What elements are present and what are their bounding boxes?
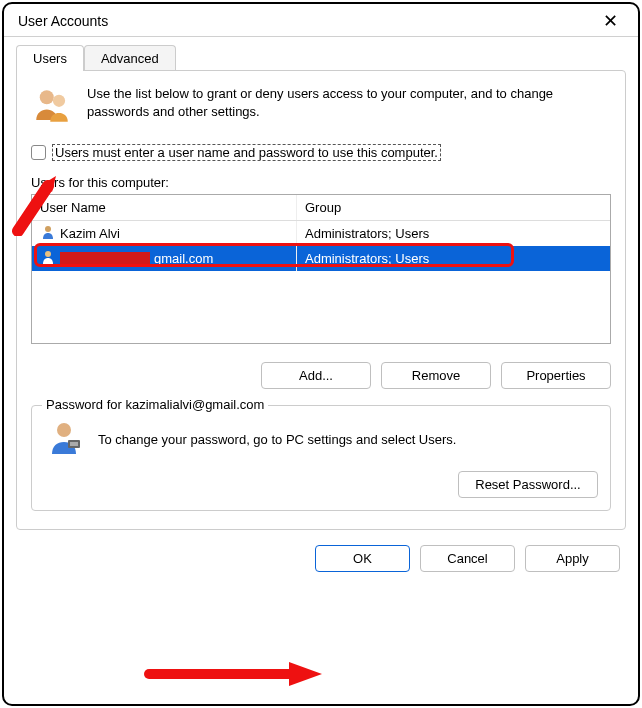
users-icon bbox=[31, 85, 73, 130]
user-group-cell: Administrators; Users bbox=[297, 248, 610, 269]
users-list[interactable]: User Name Group Kazim Alvi Administrator… bbox=[31, 194, 611, 344]
password-user-icon bbox=[44, 418, 84, 461]
user-accounts-dialog: User Accounts ✕ Users Advanced Use the l… bbox=[2, 2, 640, 706]
svg-marker-9 bbox=[289, 662, 322, 686]
require-login-checkbox[interactable] bbox=[31, 145, 46, 160]
table-row[interactable]: Kazim Alvi Administrators; Users bbox=[32, 221, 610, 246]
user-icon bbox=[40, 224, 56, 243]
svg-point-0 bbox=[40, 90, 54, 104]
tab-advanced[interactable]: Advanced bbox=[84, 45, 176, 71]
user-name-suffix: gmail.com bbox=[154, 251, 213, 266]
list-header: User Name Group bbox=[32, 195, 610, 221]
tabs: Users Advanced bbox=[4, 37, 638, 71]
remove-button[interactable]: Remove bbox=[381, 362, 491, 389]
user-icon bbox=[40, 249, 56, 268]
close-button[interactable]: ✕ bbox=[597, 12, 624, 30]
svg-point-1 bbox=[53, 95, 65, 107]
tab-users[interactable]: Users bbox=[16, 45, 84, 71]
titlebar: User Accounts ✕ bbox=[4, 4, 638, 37]
dialog-button-row: OK Cancel Apply bbox=[4, 531, 638, 586]
require-login-label: Users must enter a user name and passwor… bbox=[52, 144, 441, 161]
reset-password-button[interactable]: Reset Password... bbox=[458, 471, 598, 498]
apply-button[interactable]: Apply bbox=[525, 545, 620, 572]
column-group[interactable]: Group bbox=[297, 195, 610, 220]
password-legend: Password for kazimalialvi@gmail.com bbox=[42, 397, 268, 412]
user-name-cell: Kazim Alvi bbox=[60, 226, 120, 241]
redacted-username bbox=[60, 252, 150, 266]
user-group-cell: Administrators; Users bbox=[297, 223, 610, 244]
add-button[interactable]: Add... bbox=[261, 362, 371, 389]
column-username[interactable]: User Name bbox=[32, 195, 297, 220]
svg-point-3 bbox=[45, 251, 51, 257]
table-row[interactable]: gmail.com Administrators; Users bbox=[32, 246, 610, 271]
password-fieldset: Password for kazimalialvi@gmail.com To c… bbox=[31, 405, 611, 511]
svg-point-4 bbox=[57, 423, 71, 437]
users-list-label: Users for this computer: bbox=[31, 175, 611, 190]
intro-text: Use the list below to grant or deny user… bbox=[87, 85, 611, 121]
users-tab-panel: Use the list below to grant or deny user… bbox=[16, 70, 626, 530]
password-text: To change your password, go to PC settin… bbox=[98, 432, 598, 447]
cancel-button[interactable]: Cancel bbox=[420, 545, 515, 572]
svg-rect-6 bbox=[70, 442, 78, 446]
ok-button[interactable]: OK bbox=[315, 545, 410, 572]
svg-point-2 bbox=[45, 226, 51, 232]
window-title: User Accounts bbox=[18, 13, 108, 29]
annotation-arrow-ok bbox=[144, 659, 324, 689]
properties-button[interactable]: Properties bbox=[501, 362, 611, 389]
